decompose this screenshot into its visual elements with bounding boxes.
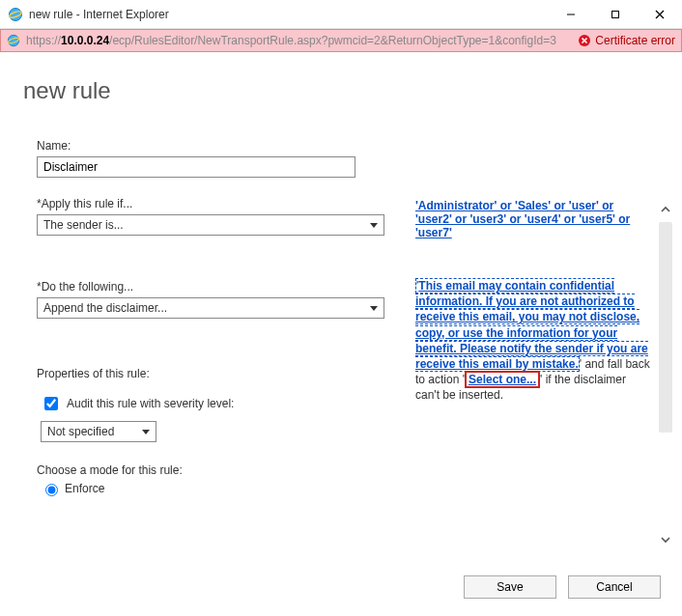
- page-content: new rule Name: *Apply this rule if... Th…: [0, 52, 682, 616]
- certificate-error[interactable]: Certificate error: [578, 34, 675, 47]
- severity-dropdown[interactable]: Not specified: [41, 421, 156, 442]
- apply-rule-label: *Apply this rule if...: [37, 197, 400, 210]
- chevron-down-icon: [370, 223, 378, 228]
- audit-checkbox[interactable]: [44, 397, 58, 410]
- scrollbar-track[interactable]: [659, 222, 672, 433]
- fallback-action-link[interactable]: Select one...: [465, 371, 540, 388]
- name-label: Name:: [37, 139, 400, 153]
- severity-value: Not specified: [47, 425, 114, 438]
- do-following-value: Append the disclaimer...: [43, 301, 167, 315]
- chevron-down-icon: [370, 306, 378, 311]
- svg-rect-3: [612, 11, 619, 17]
- apply-rule-dropdown[interactable]: The sender is...: [37, 214, 384, 236]
- scroll-down-button[interactable]: [657, 531, 674, 548]
- enforce-label: Enforce: [65, 482, 104, 495]
- close-icon: [655, 10, 665, 19]
- maximize-icon: [611, 10, 620, 19]
- chevron-up-icon: [660, 204, 671, 215]
- do-following-dropdown[interactable]: Append the disclaimer...: [37, 297, 384, 319]
- minimize-icon: [566, 10, 576, 19]
- properties-heading: Properties of this rule:: [37, 367, 400, 380]
- senders-link[interactable]: 'Administrator' or 'Sales' or 'user' or …: [415, 199, 630, 239]
- minimize-button[interactable]: [549, 0, 593, 29]
- url-text: https://10.0.0.24/ecp/RulesEditor/NewTra…: [26, 34, 570, 47]
- save-button[interactable]: Save: [464, 575, 556, 599]
- audit-label: Audit this rule with severity level:: [67, 397, 234, 410]
- do-following-label: *Do the following...: [37, 280, 400, 294]
- disclaimer-action-text: 'This email may contain confidential inf…: [415, 278, 651, 404]
- enforce-radio[interactable]: [45, 484, 58, 496]
- ie-icon-small: [7, 34, 20, 47]
- window-title: new rule - Internet Explorer: [29, 8, 169, 21]
- error-icon: [578, 34, 591, 47]
- ie-icon: [8, 7, 23, 22]
- apply-rule-value: The sender is...: [43, 218, 124, 232]
- mode-label: Choose a mode for this rule:: [37, 463, 400, 477]
- close-button[interactable]: [638, 0, 682, 29]
- window-titlebar: new rule - Internet Explorer: [0, 0, 682, 29]
- address-bar[interactable]: https://10.0.0.24/ecp/RulesEditor/NewTra…: [0, 29, 682, 52]
- name-input[interactable]: [37, 156, 355, 178]
- chevron-down-icon: [660, 534, 671, 546]
- chevron-down-icon: [142, 430, 150, 434]
- maximize-button[interactable]: [593, 0, 638, 29]
- page-title: new rule: [23, 77, 663, 104]
- scroll-up-button[interactable]: [657, 201, 674, 218]
- footer-buttons: Save Cancel: [464, 575, 661, 599]
- cancel-button[interactable]: Cancel: [568, 575, 661, 599]
